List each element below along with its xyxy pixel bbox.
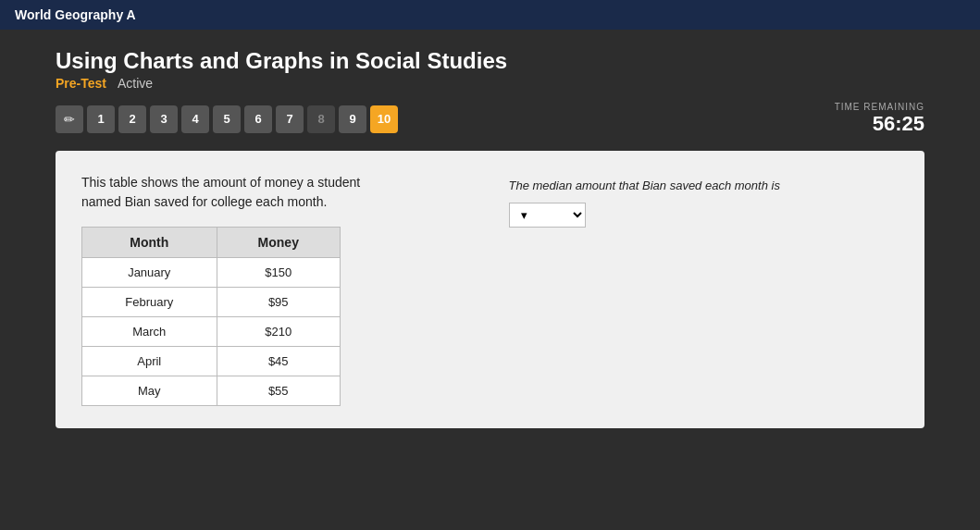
right-section: The median amount that Bian saved each m… xyxy=(509,173,899,228)
top-bar-label: World Geography A xyxy=(15,7,136,22)
content-card: This table shows the amount of money a s… xyxy=(56,151,924,428)
median-text: The median amount that Bian saved each m… xyxy=(509,177,899,195)
money-april: $45 xyxy=(217,347,341,376)
nav-btn-10[interactable]: 10 xyxy=(370,105,398,133)
month-march: March xyxy=(82,317,217,347)
month-april: April xyxy=(82,347,217,376)
time-label: TIME REMAINING xyxy=(835,102,924,112)
main-container: Using Charts and Graphs in Social Studie… xyxy=(0,30,980,447)
money-february: $95 xyxy=(217,288,341,317)
table-row: January $150 xyxy=(82,258,341,288)
title-section: Using Charts and Graphs in Social Studie… xyxy=(56,48,924,91)
nav-btn-3[interactable]: 3 xyxy=(150,105,178,133)
nav-btn-7[interactable]: 7 xyxy=(276,105,304,133)
nav-btn-5[interactable]: 5 xyxy=(213,105,241,133)
money-march: $210 xyxy=(217,317,341,347)
money-january: $150 xyxy=(217,258,341,288)
col-header-month: Month xyxy=(82,228,217,258)
nav-btn-6[interactable]: 6 xyxy=(244,105,272,133)
description-text: This table shows the amount of money a s… xyxy=(81,173,472,212)
time-remaining: TIME REMAINING 56:25 xyxy=(835,102,924,136)
table-row: February $95 xyxy=(82,288,341,317)
nav-btn-1[interactable]: 1 xyxy=(87,105,115,133)
page-title: Using Charts and Graphs in Social Studie… xyxy=(56,48,924,74)
money-may: $55 xyxy=(217,376,341,406)
top-bar: World Geography A xyxy=(0,0,980,30)
nav-row: ✏ 1 2 3 4 5 6 7 8 9 10 TIME REMAINING 56… xyxy=(56,102,924,136)
month-february: February xyxy=(82,288,217,317)
active-label: Active xyxy=(118,76,153,91)
pencil-button[interactable]: ✏ xyxy=(56,105,83,133)
col-header-money: Money xyxy=(217,228,341,258)
table-row: April $45 xyxy=(82,347,341,376)
pre-test-label: Pre-Test xyxy=(56,76,106,91)
table-row: May $55 xyxy=(82,376,341,406)
table-row: March $210 xyxy=(82,317,341,347)
nav-btn-4[interactable]: 4 xyxy=(181,105,209,133)
data-table: Month Money January $150 February $95 Ma… xyxy=(81,227,341,406)
nav-btn-8[interactable]: 8 xyxy=(307,105,335,133)
left-section: This table shows the amount of money a s… xyxy=(81,173,472,406)
time-value: 56:25 xyxy=(835,112,924,136)
nav-btn-2[interactable]: 2 xyxy=(118,105,146,133)
month-january: January xyxy=(82,258,217,288)
subtitle-row: Pre-Test Active xyxy=(56,76,924,91)
answer-dropdown[interactable]: ▾ $45 $55 $95 $150 $210 xyxy=(509,203,586,228)
nav-btn-9[interactable]: 9 xyxy=(339,105,366,133)
month-may: May xyxy=(82,376,217,406)
